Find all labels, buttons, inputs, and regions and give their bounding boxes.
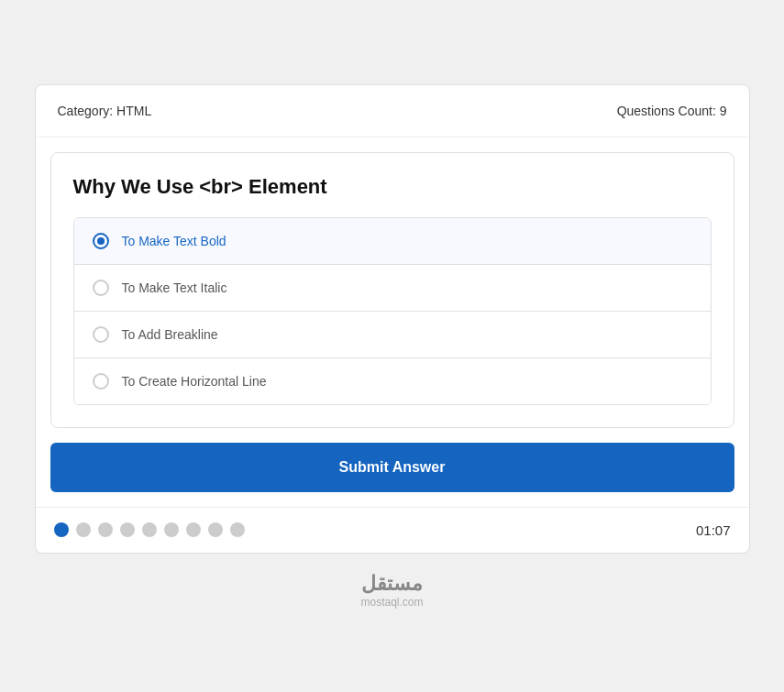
dot-7	[186, 522, 201, 537]
logo-url: mostaql.com	[360, 596, 423, 609]
dot-5	[142, 522, 157, 537]
dot-1	[54, 522, 69, 537]
list-item[interactable]: To Make Text Bold	[74, 218, 711, 265]
submit-button[interactable]: Submit Answer	[50, 443, 734, 492]
question-card: Why We Use <br> Element To Make Text Bol…	[50, 152, 734, 428]
list-item[interactable]: To Add Breakline	[74, 312, 711, 358]
option-label-2: To Make Text Italic	[122, 280, 227, 295]
option-label-3: To Add Breakline	[122, 327, 218, 342]
dot-6	[164, 522, 179, 537]
progress-section: 01:07	[36, 507, 749, 553]
option-label-4: To Create Horizontal Line	[122, 374, 267, 389]
category-label: Category: HTML	[58, 104, 152, 118]
radio-option-4[interactable]	[93, 373, 109, 390]
main-card: Category: HTML Questions Count: 9 Why We…	[35, 84, 750, 554]
questions-count: Questions Count: 9	[617, 104, 727, 118]
dot-4	[120, 522, 135, 537]
radio-option-2[interactable]	[93, 280, 109, 296]
dot-3	[98, 522, 113, 537]
footer-logo: مستقل mostaql.com	[360, 572, 423, 609]
timer-display: 01:07	[696, 522, 731, 538]
radio-option-3[interactable]	[93, 326, 109, 343]
category-bar: Category: HTML Questions Count: 9	[36, 85, 749, 137]
radio-option-1[interactable]	[93, 233, 109, 249]
list-item[interactable]: To Make Text Italic	[74, 265, 711, 312]
list-item[interactable]: To Create Horizontal Line	[74, 358, 711, 404]
options-list: To Make Text Bold To Make Text Italic To…	[73, 217, 712, 405]
progress-dots	[54, 522, 245, 537]
dot-9	[230, 522, 245, 537]
dot-8	[208, 522, 223, 537]
question-title: Why We Use <br> Element	[73, 175, 712, 199]
option-label-1: To Make Text Bold	[122, 234, 226, 248]
logo-arabic-text: مستقل	[360, 572, 423, 596]
dot-2	[76, 522, 91, 537]
